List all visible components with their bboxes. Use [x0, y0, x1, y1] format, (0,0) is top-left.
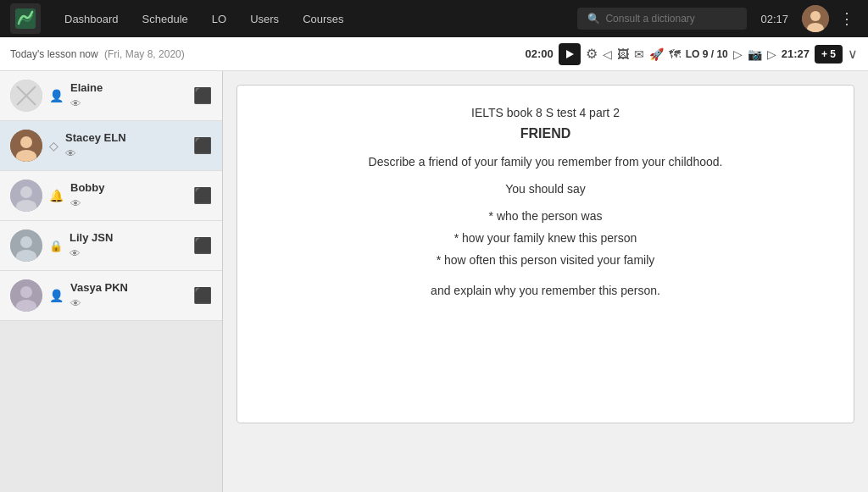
settings-icon[interactable]: ⚙ [586, 46, 598, 62]
next-lo-icon[interactable]: ▷ [733, 47, 743, 61]
student-avatar-bobby [10, 180, 42, 212]
svg-point-2 [810, 11, 821, 21]
search-icon: 🔍 [587, 13, 600, 25]
user-avatar[interactable] [802, 5, 829, 32]
svg-marker-4 [566, 50, 574, 58]
vasya-info: Vasya PKN 👁 [70, 281, 186, 310]
nav-lo[interactable]: LO [202, 8, 236, 30]
plus-time-button[interactable]: + 5 [815, 45, 843, 64]
bobby-name: Bobby [70, 181, 186, 194]
student-item-vasya[interactable]: 👤 Vasya PKN 👁 ⬛ [0, 271, 222, 321]
bobby-action-icon[interactable]: ⬛ [193, 186, 212, 205]
stacey-info: Stacey ELN 👁 [65, 131, 186, 160]
student-item-bobby[interactable]: 🔔 Bobby 👁 ⬛ [0, 171, 222, 221]
student-avatar-stacey [10, 130, 42, 162]
lesson-timer: 02:00 [525, 47, 553, 60]
card-footer: and explain why you remember this person… [271, 284, 820, 297]
student-avatar-lily [10, 229, 42, 262]
nav-dashboard[interactable]: Dashboard [54, 8, 129, 30]
elaine-eye-icon[interactable]: 👁 [70, 97, 81, 110]
svg-point-12 [20, 186, 32, 198]
lesson-card: IELTS book 8 S test 4 part 2 FRIEND Desc… [236, 85, 854, 423]
card-subtitle: You should say [271, 182, 820, 196]
lo-progress: LO 9 / 10 [686, 48, 728, 60]
lily-role-icon: 🔒 [49, 240, 63, 252]
bobby-role-icon: 🔔 [49, 189, 64, 202]
nav-users[interactable]: Users [240, 8, 289, 30]
stacey-action-icon[interactable]: ⬛ [193, 136, 212, 155]
image-icon[interactable]: 🖼 [617, 47, 629, 61]
student-avatar-vasya [10, 279, 42, 312]
main-area: 👤 Elaine 👁 ⬛ ◇ Stacey ELN [0, 71, 868, 492]
lily-action-icon[interactable]: ⬛ [193, 236, 212, 255]
lesson-subheader: Today's lesson now (Fri, May 8, 2020) 02… [0, 37, 868, 71]
vasya-role-icon: 👤 [49, 289, 64, 302]
prev-slide-icon[interactable]: ◁ [603, 47, 612, 61]
elaine-role-icon: 👤 [49, 89, 64, 102]
svg-point-15 [20, 236, 32, 248]
svg-point-9 [20, 136, 32, 148]
top-navigation: Dashboard Schedule LO Users Courses 🔍 02… [0, 0, 868, 37]
end-time: 21:27 [782, 47, 810, 60]
student-avatar-elaine [10, 80, 42, 112]
lily-info: Lily JSN 👁 [70, 231, 186, 260]
card-item-1: * who the person was [271, 209, 820, 223]
camera-icon[interactable]: 📷 [748, 47, 762, 61]
stacey-eye-icon[interactable]: 👁 [65, 147, 76, 160]
lesson-info: Today's lesson now (Fri, May 8, 2020) [10, 48, 518, 60]
vasya-eye-icon[interactable]: 👁 [70, 297, 81, 310]
elaine-name: Elaine [70, 81, 186, 94]
lily-eye-icon[interactable]: 👁 [70, 247, 81, 260]
elaine-action-icon[interactable]: ⬛ [193, 86, 212, 105]
lesson-date: (Fri, May 8, 2020) [104, 48, 185, 60]
vasya-action-icon[interactable]: ⬛ [193, 286, 212, 305]
nav-links: Dashboard Schedule LO Users Courses [54, 8, 570, 30]
expand-button[interactable]: ∨ [848, 46, 858, 62]
rocket-icon[interactable]: 🚀 [649, 47, 664, 61]
search-input[interactable] [605, 13, 732, 25]
card-heading: FRIEND [271, 126, 820, 141]
play-button[interactable] [559, 43, 581, 65]
vasya-name: Vasya PKN [70, 281, 186, 294]
student-item-elaine[interactable]: 👤 Elaine 👁 ⬛ [0, 71, 222, 121]
lily-name: Lily JSN [70, 231, 186, 244]
card-item-2: * how your family knew this person [271, 231, 820, 245]
nav-courses[interactable]: Courses [292, 8, 353, 30]
stacey-name: Stacey ELN [65, 131, 186, 144]
lesson-controls: 02:00 ⚙ ◁ 🖼 ✉ 🚀 🗺 LO 9 / 10 ▷ 📷 ▷ 21:27 … [525, 43, 858, 65]
more-menu-button[interactable]: ⋮ [836, 9, 858, 28]
nav-schedule[interactable]: Schedule [132, 8, 198, 30]
mail-icon[interactable]: ✉ [634, 47, 644, 61]
logo[interactable] [10, 3, 41, 34]
elaine-info: Elaine 👁 [70, 81, 186, 110]
card-description: Describe a friend of your family you rem… [271, 155, 820, 169]
bobby-eye-icon[interactable]: 👁 [70, 197, 81, 210]
student-item-lily[interactable]: 🔒 Lily JSN 👁 ⬛ [0, 221, 222, 271]
students-sidebar: 👤 Elaine 👁 ⬛ ◇ Stacey ELN [0, 71, 223, 492]
nav-time: 02:17 [760, 13, 788, 25]
svg-point-18 [20, 286, 32, 298]
lesson-label: Today's lesson now [10, 48, 98, 60]
card-title: IELTS book 8 S test 4 part 2 [271, 106, 820, 119]
bobby-info: Bobby 👁 [70, 181, 186, 210]
map-icon[interactable]: 🗺 [669, 47, 681, 61]
arrow-right-icon[interactable]: ▷ [767, 47, 776, 61]
student-item-stacey[interactable]: ◇ Stacey ELN 👁 ⬛ [0, 121, 222, 171]
card-item-3: * how often this person visited your fam… [271, 253, 820, 267]
stacey-role-icon: ◇ [49, 139, 58, 152]
dictionary-search[interactable]: 🔍 [577, 8, 747, 30]
content-area: IELTS book 8 S test 4 part 2 FRIEND Desc… [223, 71, 868, 492]
